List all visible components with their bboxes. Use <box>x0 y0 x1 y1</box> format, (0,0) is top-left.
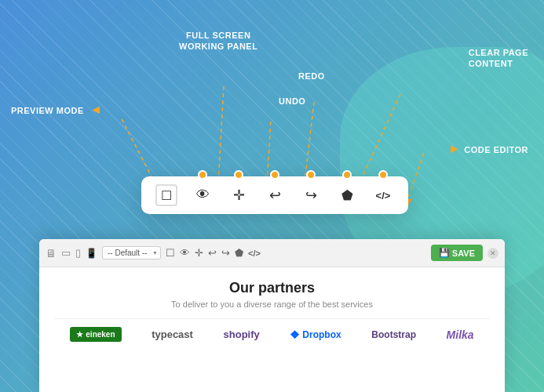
code-editor-label: ►CODE EDITOR <box>448 141 528 158</box>
expand-icon[interactable]: ☐ <box>166 247 175 259</box>
svg-line-10 <box>407 153 424 202</box>
erase-tool-button[interactable]: ⬟ <box>336 184 358 206</box>
floating-toolbar: ☐ 👁 ✛ ↩ ↪ ⬟ </> <box>141 176 408 214</box>
close-button[interactable]: ✕ <box>487 248 498 259</box>
tablet-portrait-icon[interactable]: ▯ <box>75 247 81 259</box>
redo-browser-icon[interactable]: ↪ <box>221 247 230 259</box>
clear-page-content-label: CLEAR PAGE CONTENT <box>469 47 528 70</box>
code-browser-icon[interactable]: </> <box>248 249 261 258</box>
save-button[interactable]: 💾 SAVE <box>431 245 483 261</box>
eye-tool-button[interactable]: 👁 <box>192 184 214 206</box>
partner-dropbox: ❖ Dropbox <box>290 328 341 341</box>
erase-icon: ⬟ <box>341 187 353 204</box>
code-tool-button[interactable]: </> <box>372 184 394 206</box>
preview-icon: ☐ <box>161 188 172 203</box>
tablet-icon[interactable]: ▭ <box>61 247 71 259</box>
save-icon: 💾 <box>439 248 450 258</box>
full-screen-label: FULL SCREEN WORKING PANEL <box>179 30 257 53</box>
partner-typecast: typecast <box>152 328 193 340</box>
redo-icon: ↪ <box>305 187 317 204</box>
redo-label: REDO <box>298 71 325 82</box>
breakpoint-select-wrap[interactable]: -- Default -- <box>102 246 161 260</box>
orange-dot-move <box>234 170 243 180</box>
partner-bootstrap: Bootstrap <box>371 329 416 340</box>
orange-dot-code <box>378 170 388 180</box>
svg-line-8 <box>360 94 400 183</box>
device-icons: 🖥 ▭ ▯ 📱 <box>46 247 97 260</box>
partner-milka: Milka <box>447 328 474 341</box>
partners-row: ★ eineken typecast shopify ❖ Dropbox Boo… <box>55 318 489 342</box>
undo-icon: ↩ <box>269 187 281 204</box>
dropbox-icon: ❖ <box>290 328 300 341</box>
erase-browser-icon[interactable]: ⬟ <box>235 247 243 259</box>
page-heading: Our partners <box>55 280 489 296</box>
orange-dot-eye <box>198 170 207 180</box>
move-icon: ✛ <box>233 187 245 204</box>
heineken-star-icon: ★ <box>76 330 83 339</box>
eye-icon: 👁 <box>196 187 210 203</box>
browser-page-content: Our partners To deliver to you a diverse… <box>39 267 505 348</box>
main-content: PREVIEW MODE ◄ FULL SCREEN WORKING PANEL… <box>0 0 544 392</box>
move-tool-button[interactable]: ✛ <box>228 184 250 206</box>
orange-dot-undo <box>270 170 279 180</box>
breakpoint-select[interactable]: -- Default -- <box>102 246 161 260</box>
mobile-icon[interactable]: 📱 <box>86 248 97 259</box>
browser-window: 🖥 ▭ ▯ 📱 -- Default -- ☐ 👁 ✛ ↩ ↪ ⬟ </> 💾 <box>39 239 505 392</box>
browser-toolbar: 🖥 ▭ ▯ 📱 -- Default -- ☐ 👁 ✛ ↩ ↪ ⬟ </> 💾 <box>39 239 505 267</box>
move-browser-icon[interactable]: ✛ <box>195 247 203 259</box>
undo-label: UNDO <box>279 96 305 107</box>
svg-line-2 <box>218 86 224 184</box>
partner-shopify: shopify <box>224 328 260 340</box>
redo-tool-button[interactable]: ↪ <box>300 184 322 206</box>
orange-dot-erase <box>342 170 352 180</box>
code-icon: </> <box>376 190 391 201</box>
undo-browser-icon[interactable]: ↩ <box>208 247 217 259</box>
preview-mode-label: PREVIEW MODE ◄ <box>11 102 103 118</box>
page-subheading: To deliver to you a diverse range of the… <box>55 299 489 309</box>
orange-dot-redo <box>306 170 316 180</box>
preview-tool-button[interactable]: ☐ <box>155 184 177 206</box>
undo-tool-button[interactable]: ↩ <box>264 184 286 206</box>
desktop-icon[interactable]: 🖥 <box>46 247 57 260</box>
eye-browser-icon[interactable]: 👁 <box>180 247 190 259</box>
partner-heineken: ★ eineken <box>70 327 121 342</box>
